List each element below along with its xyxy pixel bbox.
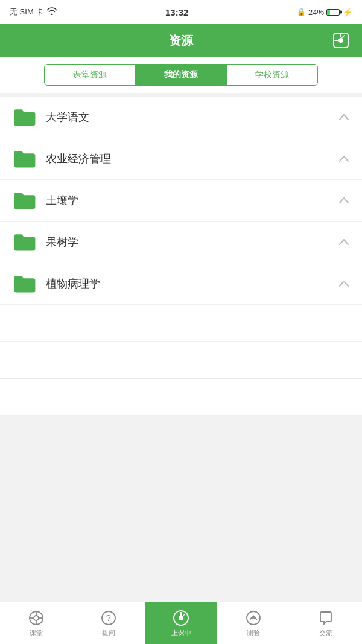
- folder-name: 大学语文: [46, 110, 338, 124]
- nav-label-classroom: 课堂: [30, 628, 43, 637]
- tab-school-resources[interactable]: 学校资源: [227, 65, 317, 85]
- nav-item-classroom[interactable]: 课堂: [0, 602, 72, 644]
- chevron-up-icon: [338, 111, 350, 123]
- separator-row: [0, 378, 362, 415]
- nav-label-question: 提问: [102, 628, 115, 637]
- nav-item-chat[interactable]: 交流: [290, 602, 362, 644]
- tab-classroom-resources[interactable]: 课堂资源: [45, 65, 136, 85]
- list-item[interactable]: 农业经济管理: [0, 138, 362, 179]
- nav-label-chat: 交流: [319, 628, 332, 637]
- question-nav-icon: ?: [100, 610, 117, 626]
- folder-name: 土壤学: [46, 193, 338, 208]
- battery-pct: 24%: [308, 8, 324, 17]
- chevron-up-icon: [338, 153, 350, 165]
- tab-group: 课堂资源 我的资源 学校资源: [44, 64, 318, 86]
- bottom-spacer: [0, 415, 362, 464]
- separator-row: [0, 305, 362, 341]
- chevron-up-icon: [338, 236, 350, 248]
- folder-icon: [12, 107, 36, 127]
- lock-icon: 🔒: [297, 8, 306, 16]
- svg-point-3: [34, 616, 39, 620]
- nav-label-test: 测验: [247, 628, 260, 637]
- nav-label-inclass: 上课中: [171, 628, 191, 637]
- folder-icon: [12, 191, 36, 210]
- nav-item-inclass[interactable]: 上课中: [145, 602, 217, 644]
- folder-icon: [12, 149, 36, 168]
- status-right: 🔒 24% ⚡: [297, 8, 352, 17]
- battery-icon: [326, 9, 340, 16]
- svg-text:?: ?: [106, 613, 111, 623]
- content-area: 大学语文 农业经济管理 土壤学 果树学: [0, 93, 362, 467]
- wifi-icon: [47, 7, 57, 17]
- page-title: 资源: [169, 33, 193, 49]
- chat-nav-icon: [317, 610, 334, 626]
- separator-row: [0, 342, 362, 378]
- status-bar: 无 SIM 卡 13:32 🔒 24% ⚡: [0, 0, 362, 24]
- bottom-nav: 课堂 ? 提问 上课中: [0, 602, 362, 644]
- tab-my-resources[interactable]: 我的资源: [136, 65, 227, 85]
- nav-item-question[interactable]: ? 提问: [72, 602, 145, 644]
- folder-name: 植物病理学: [46, 276, 338, 291]
- folder-name: 农业经济管理: [46, 151, 338, 166]
- download-button[interactable]: [332, 31, 350, 49]
- tabs-container: 课堂资源 我的资源 学校资源: [0, 57, 362, 93]
- carrier-text: 无 SIM 卡: [10, 7, 43, 18]
- svg-point-1: [338, 38, 343, 43]
- test-nav-icon: [245, 610, 262, 626]
- chevron-up-icon: [338, 278, 350, 290]
- status-left: 无 SIM 卡: [10, 7, 57, 18]
- folder-name: 果树学: [46, 235, 338, 249]
- status-time: 13:32: [165, 7, 188, 18]
- classroom-nav-icon: [28, 610, 45, 626]
- inclass-nav-icon: [173, 610, 189, 626]
- list-item[interactable]: 果树学: [0, 222, 362, 263]
- list-item[interactable]: 大学语文: [0, 97, 362, 138]
- header: 资源: [0, 24, 362, 57]
- chevron-up-icon: [338, 194, 350, 206]
- list-item[interactable]: 植物病理学: [0, 263, 362, 304]
- charging-icon: ⚡: [343, 8, 352, 17]
- folder-icon: [12, 232, 36, 252]
- list-item[interactable]: 土壤学: [0, 180, 362, 221]
- folder-icon: [12, 274, 36, 293]
- nav-item-test[interactable]: 测验: [217, 602, 290, 644]
